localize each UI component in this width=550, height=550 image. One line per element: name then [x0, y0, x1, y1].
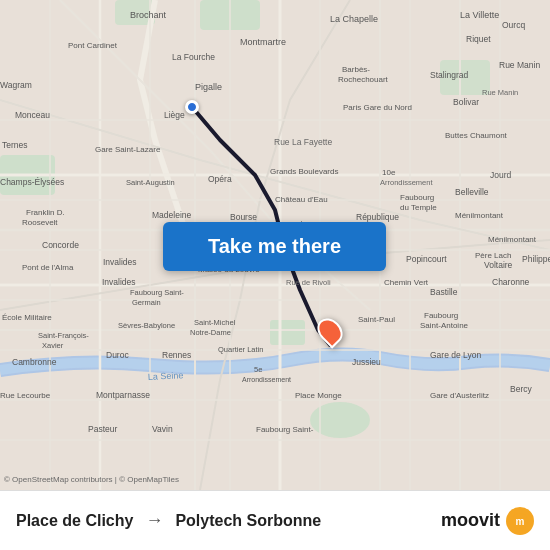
svg-rect-3: [270, 320, 305, 345]
svg-text:Liège: Liège: [164, 110, 185, 120]
take-me-there-button[interactable]: Take me there: [163, 222, 386, 271]
svg-text:Xavier: Xavier: [42, 341, 64, 350]
svg-text:Opéra: Opéra: [208, 174, 232, 184]
svg-text:Stalingrad: Stalingrad: [430, 70, 469, 80]
svg-text:Buttes Chaumont: Buttes Chaumont: [445, 131, 508, 140]
svg-text:République: République: [356, 212, 399, 222]
svg-text:La Fourche: La Fourche: [172, 52, 215, 62]
svg-text:Ternes: Ternes: [2, 140, 28, 150]
svg-text:Ménilmontant: Ménilmontant: [455, 211, 504, 220]
svg-text:Popincourt: Popincourt: [406, 254, 447, 264]
svg-text:Germain: Germain: [132, 298, 161, 307]
svg-text:Arrondissement: Arrondissement: [380, 178, 433, 187]
svg-text:Faubourg: Faubourg: [424, 311, 458, 320]
svg-text:La Villette: La Villette: [460, 10, 499, 20]
moovit-logo: moovit m: [441, 507, 534, 535]
svg-text:La Chapelle: La Chapelle: [330, 14, 378, 24]
svg-text:Gare d'Austerlitz: Gare d'Austerlitz: [430, 391, 489, 400]
svg-text:Saint-Augustin: Saint-Augustin: [126, 178, 175, 187]
svg-text:Quartier Latin: Quartier Latin: [218, 345, 263, 354]
svg-text:Rue La Fayette: Rue La Fayette: [274, 137, 332, 147]
svg-text:Montmartre: Montmartre: [240, 37, 286, 47]
svg-text:© OpenStreetMap contributors |: © OpenStreetMap contributors | © OpenMap…: [4, 475, 179, 484]
svg-text:10e: 10e: [382, 168, 396, 177]
svg-text:Jussieu: Jussieu: [352, 357, 381, 367]
svg-text:Vavin: Vavin: [152, 424, 173, 434]
svg-text:La Seine: La Seine: [148, 370, 184, 382]
svg-text:Saint-François-: Saint-François-: [38, 331, 89, 340]
svg-text:Pont Cardinet: Pont Cardinet: [68, 41, 118, 50]
svg-text:Bolivar: Bolivar: [453, 97, 479, 107]
svg-text:Sèvres-Babylone: Sèvres-Babylone: [118, 321, 175, 330]
svg-text:Grands Boulevards: Grands Boulevards: [270, 167, 338, 176]
svg-text:Rochechouart: Rochechouart: [338, 75, 389, 84]
svg-text:Père Lach: Père Lach: [475, 251, 511, 260]
svg-text:Concorde: Concorde: [42, 240, 79, 250]
svg-text:Gare de Lyon: Gare de Lyon: [430, 350, 481, 360]
svg-text:Invalides: Invalides: [103, 257, 137, 267]
svg-text:du Temple: du Temple: [400, 203, 437, 212]
svg-text:Rue de Rivoli: Rue de Rivoli: [286, 278, 331, 287]
svg-text:Place Monge: Place Monge: [295, 391, 342, 400]
destination-label: Polytech Sorbonne: [175, 512, 321, 530]
svg-text:Château d'Eau: Château d'Eau: [275, 195, 328, 204]
svg-text:Riquet: Riquet: [466, 34, 491, 44]
svg-text:Jourd: Jourd: [490, 170, 512, 180]
svg-text:Bercy: Bercy: [510, 384, 532, 394]
svg-text:Notre-Dame: Notre-Dame: [190, 328, 231, 337]
svg-text:Roosevelt: Roosevelt: [22, 218, 58, 227]
svg-text:5e: 5e: [254, 365, 262, 374]
moovit-icon: m: [506, 507, 534, 535]
svg-text:Paris Gare du Nord: Paris Gare du Nord: [343, 103, 412, 112]
svg-text:Philippe: Philippe: [522, 254, 550, 264]
svg-text:Chemin Vert: Chemin Vert: [384, 278, 429, 287]
svg-text:Rue Lecourbe: Rue Lecourbe: [0, 391, 51, 400]
svg-text:Pigalle: Pigalle: [195, 82, 222, 92]
bottom-bar: Place de Clichy → Polytech Sorbonne moov…: [0, 490, 550, 550]
svg-text:Bastille: Bastille: [430, 287, 458, 297]
svg-text:Bourse: Bourse: [230, 212, 257, 222]
svg-text:Rue Manin: Rue Manin: [482, 88, 518, 97]
svg-text:Arrondissement: Arrondissement: [242, 376, 291, 383]
svg-text:Saint-Paul: Saint-Paul: [358, 315, 395, 324]
svg-text:Faubourg: Faubourg: [400, 193, 434, 202]
svg-text:Brochant: Brochant: [130, 10, 167, 20]
svg-text:Ménilmontant: Ménilmontant: [488, 235, 537, 244]
svg-text:Gare Saint-Lazare: Gare Saint-Lazare: [95, 145, 161, 154]
svg-text:Faubourg Saint-: Faubourg Saint-: [256, 425, 314, 434]
svg-text:Cambronne: Cambronne: [12, 357, 57, 367]
svg-text:Monceau: Monceau: [15, 110, 50, 120]
arrow-icon: →: [145, 510, 163, 531]
svg-text:Charonne: Charonne: [492, 277, 530, 287]
origin-label: Place de Clichy: [16, 512, 133, 530]
svg-text:Champs-Élysées: Champs-Élysées: [0, 177, 64, 187]
svg-text:Rennes: Rennes: [162, 350, 191, 360]
svg-point-4: [310, 402, 370, 438]
svg-text:m: m: [516, 516, 525, 527]
svg-text:Belleville: Belleville: [455, 187, 489, 197]
svg-text:Rue Manin: Rue Manin: [499, 60, 540, 70]
svg-text:Barbès-: Barbès-: [342, 65, 370, 74]
svg-text:Franklin D.: Franklin D.: [26, 208, 65, 217]
svg-text:Ourcq: Ourcq: [502, 20, 525, 30]
svg-text:Pont de l'Alma: Pont de l'Alma: [22, 263, 74, 272]
svg-text:Pasteur: Pasteur: [88, 424, 117, 434]
svg-text:Wagram: Wagram: [0, 80, 32, 90]
start-marker: [185, 100, 199, 114]
svg-text:Invalides: Invalides: [102, 277, 136, 287]
end-marker: [319, 317, 341, 345]
svg-text:Saint-Antoine: Saint-Antoine: [420, 321, 469, 330]
svg-text:Faubourg Saint-: Faubourg Saint-: [130, 288, 184, 297]
svg-text:Voltaire: Voltaire: [484, 260, 513, 270]
svg-text:Duroc: Duroc: [106, 350, 129, 360]
svg-text:Montparnasse: Montparnasse: [96, 390, 150, 400]
svg-text:École Militaire: École Militaire: [2, 313, 52, 322]
moovit-text: moovit: [441, 510, 500, 531]
svg-text:Madeleine: Madeleine: [152, 210, 191, 220]
svg-text:Saint-Michel: Saint-Michel: [194, 318, 236, 327]
map-container: Brochant La Chapelle La Villette Pont Ca…: [0, 0, 550, 490]
